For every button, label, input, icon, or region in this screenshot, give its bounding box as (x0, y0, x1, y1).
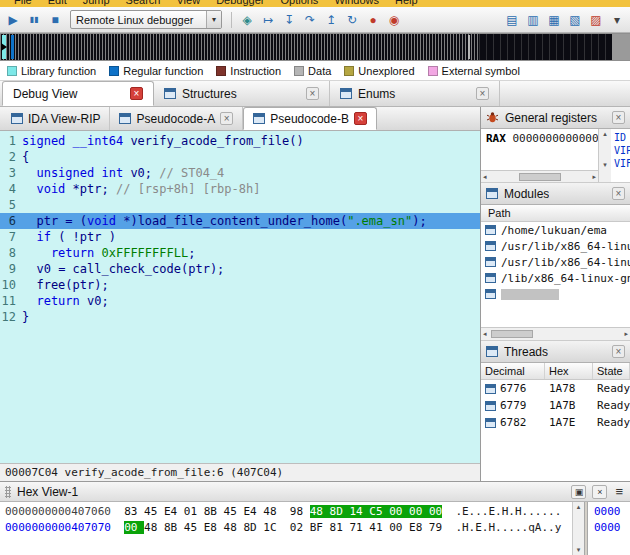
debugger-windows-menu-icon[interactable]: ▾ (607, 10, 627, 30)
module-row-selected[interactable] (481, 286, 630, 302)
view-tabs: IDA View-RIPPseudocode-A×Pseudocode-B× (0, 107, 480, 131)
module-row-3[interactable]: /usr/lib/x86_64-linu (481, 254, 630, 270)
flag-vif[interactable]: VIF (614, 157, 630, 170)
thread-row-1[interactable]: 67761A78Ready (481, 380, 630, 397)
close-registers-button[interactable]: × (612, 111, 625, 124)
menu-help[interactable]: Help (387, 0, 426, 7)
menu-jump[interactable]: Jump (75, 0, 118, 7)
close-pseudocode-a-button[interactable]: × (220, 112, 233, 125)
close-threads-button[interactable]: × (612, 345, 625, 358)
threads-column-decimal[interactable]: Decimal (481, 363, 545, 379)
menu-search[interactable]: Search (118, 0, 169, 7)
threads-column-state[interactable]: State (593, 363, 630, 379)
code-line-7[interactable]: 7 if ( !ptr ) (0, 229, 480, 245)
step-over-icon[interactable]: ↷ (300, 10, 320, 30)
open-threads-window-icon[interactable]: ▥ (523, 10, 543, 30)
modules-path-column-header[interactable]: Path (481, 205, 630, 222)
add-breakpoint-icon[interactable]: ● (363, 10, 383, 30)
code-line-11[interactable]: 11 return v0; (0, 293, 480, 309)
flag-id[interactable]: ID (614, 131, 630, 144)
menu-edit[interactable]: Edit (40, 0, 75, 7)
debugger-side-panel: General registers × RAX 0000000000000000… (481, 107, 630, 481)
module-row-1[interactable]: /home/lukuan/ema (481, 222, 630, 238)
hex-row-2[interactable]: 0000000000407070 00 48 8B 45 E8 48 8D 1C… (5, 520, 572, 536)
module-icon (485, 289, 496, 299)
threads-column-hex[interactable]: Hex (545, 363, 593, 379)
menu-debugger[interactable]: Debugger (208, 0, 272, 7)
breakpoint-list-icon[interactable]: ◉ (384, 10, 404, 30)
threads-column-headers: DecimalHexState (481, 363, 630, 380)
line-number: 11 (0, 293, 22, 309)
menu-windows[interactable]: Windows (326, 0, 387, 7)
registers-horizontal-scrollbar[interactable]: ◂▸ (481, 170, 598, 182)
register-row-rax[interactable]: RAX 0000000000000000 (486, 132, 598, 145)
float-window-button[interactable]: ▣ (571, 485, 586, 499)
debugger-setup-icon[interactable]: ◈ (237, 10, 257, 30)
modules-pane-header[interactable]: Modules × (481, 183, 630, 205)
debugger-selector[interactable]: Remote Linux debugger ▾ (70, 10, 222, 29)
hex-vertical-scrollbar[interactable]: ▴▾ (572, 502, 584, 555)
panel-menu-icon[interactable]: ≡ (613, 484, 625, 499)
hex-view-titlebar[interactable]: Hex View-1 ▣ × ≡ (0, 482, 630, 502)
close-modules-button[interactable]: × (612, 187, 625, 200)
code-line-12[interactable]: 12} (0, 309, 480, 325)
registers-vertical-scrollbar[interactable]: ▴▾ (598, 129, 611, 182)
chevron-down-icon[interactable]: ▾ (206, 11, 221, 28)
code-line-3[interactable]: 3 unsigned int v0; // ST04_4 (0, 165, 480, 181)
line-number: 5 (0, 197, 22, 213)
hex-dump[interactable]: 0000000000407060 83 45 E4 01 8B 45 E4 48… (0, 502, 572, 555)
open-registers-window-icon[interactable]: ▤ (502, 10, 522, 30)
run-to-cursor-icon[interactable]: ↦ (258, 10, 278, 30)
code-line-2[interactable]: 2{ (0, 149, 480, 165)
close-pseudocode-b-button[interactable]: × (354, 112, 367, 125)
code-line-9[interactable]: 9 v0 = call_check_code(ptr); (0, 261, 480, 277)
stop-process-icon[interactable]: ■ (45, 10, 65, 30)
thread-row-3[interactable]: 67821A7EReady (481, 414, 630, 431)
view-tab-pseudocode-a[interactable]: Pseudocode-A× (110, 107, 243, 130)
run-until-return-icon[interactable]: ↥ (321, 10, 341, 30)
hex-view-content: 0000000000407060 83 45 E4 01 8B 45 E4 48… (0, 502, 630, 555)
view-tab-pseudocode-b[interactable]: Pseudocode-B× (243, 107, 377, 130)
module-row-2[interactable]: /usr/lib/x86_64-linux (481, 238, 630, 254)
thread-decimal: 6779 (500, 399, 527, 412)
code-line-1[interactable]: 1signed __int64 verify_acode_from_file() (0, 133, 480, 149)
menu-file[interactable]: File (6, 0, 40, 7)
menu-view[interactable]: View (168, 0, 208, 7)
code-pane-column: IDA View-RIPPseudocode-A×Pseudocode-B× 1… (0, 107, 481, 481)
thread-row-2[interactable]: 67791A7BReady (481, 397, 630, 414)
navigation-band[interactable] (0, 33, 630, 61)
hex-row-1[interactable]: 0000000000407060 83 45 E4 01 8B 45 E4 48… (5, 504, 572, 520)
legend-external-symbol: External symbol (428, 65, 520, 77)
code-line-8[interactable]: 8 return 0xFFFFFFFFLL; (0, 245, 480, 261)
code-line-4[interactable]: 4 void *ptr; // [rsp+8h] [rbp-8h] (0, 181, 480, 197)
window-tab-debug-view[interactable]: Debug View× (2, 81, 154, 106)
pseudocode-view[interactable]: 1signed __int64 verify_acode_from_file()… (0, 131, 480, 463)
menu-options[interactable]: Options (272, 0, 326, 7)
close-enums-button[interactable]: × (476, 87, 489, 100)
flag-vip[interactable]: VIP (614, 144, 630, 157)
code-line-6[interactable]: 6 ptr = (void *)load_file_content_under_… (0, 213, 480, 229)
stack-view-fragment[interactable]: 00000000 (588, 502, 630, 555)
threads-pane: DecimalHexState 67761A78Ready67791A7BRea… (481, 363, 630, 481)
view-tab-ida-view-rip[interactable]: IDA View-RIP (2, 107, 110, 130)
window-tab-enums[interactable]: Enums× (330, 81, 500, 106)
code-line-10[interactable]: 10 free(ptr); (0, 277, 480, 293)
open-breakpoints-window-icon[interactable]: ▨ (586, 10, 606, 30)
threads-pane-header[interactable]: Threads × (481, 341, 630, 363)
step-into-icon[interactable]: ↧ (279, 10, 299, 30)
thread-hex: 1A7B (545, 399, 593, 412)
refresh-memory-icon[interactable]: ↻ (342, 10, 362, 30)
modules-horizontal-scrollbar[interactable]: ◂▸ (481, 327, 630, 340)
drag-grip[interactable] (5, 486, 11, 498)
code-line-5[interactable]: 5 (0, 197, 480, 213)
open-stack-window-icon[interactable]: ▧ (565, 10, 585, 30)
open-modules-window-icon[interactable]: ▦ (544, 10, 564, 30)
close-hexview-button[interactable]: × (592, 485, 607, 499)
module-row-4[interactable]: /lib/x86_64-linux-gn (481, 270, 630, 286)
registers-pane-header[interactable]: General registers × (481, 107, 630, 129)
close-debug-view-button[interactable]: × (130, 87, 143, 100)
window-tab-structures[interactable]: Structures× (154, 81, 330, 106)
pause-process-icon[interactable]: ▮▮ (24, 10, 44, 30)
start-process-icon[interactable]: ▶ (3, 10, 23, 30)
close-structures-button[interactable]: × (306, 87, 319, 100)
